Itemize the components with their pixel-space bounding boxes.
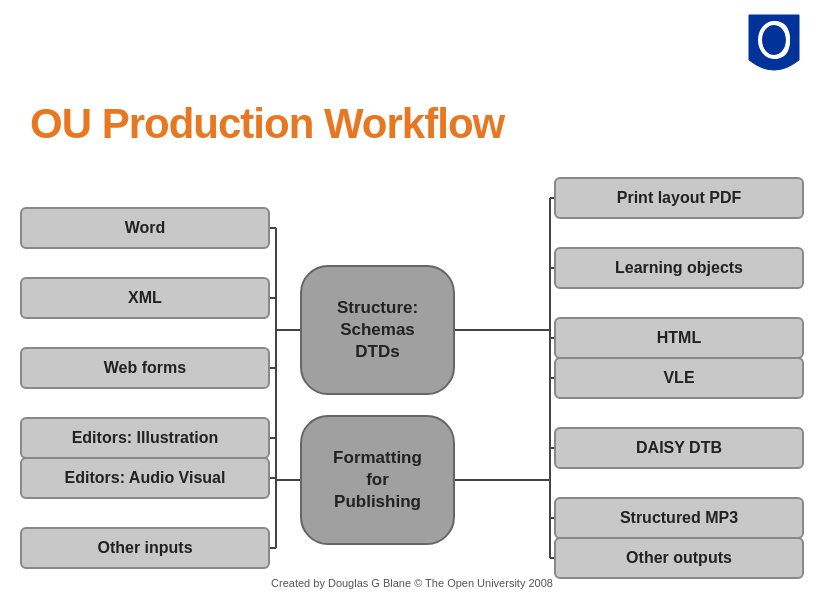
right-box-other-outputs: Other outputs [554,537,804,579]
left-box-other-inputs: Other inputs [20,527,270,569]
right-box-learning-objects: Learning objects [554,247,804,289]
right-box-vle: VLE [554,357,804,399]
right-box-structured-mp3: Structured MP3 [554,497,804,539]
left-box-word: Word [20,207,270,249]
right-box-print-layout-pdf: Print layout PDF [554,177,804,219]
right-box-daisy-dtb: DAISY DTB [554,427,804,469]
footer-text: Created by Douglas G Blane © The Open Un… [271,577,553,589]
mid-box-structure: Structure:SchemasDTDs [300,265,455,395]
left-box-editors-audio-visual: Editors: Audio Visual [20,457,270,499]
page-title: OU Production Workflow [30,100,504,148]
ou-logo [744,10,804,80]
mid-box-formatting: FormattingforPublishing [300,415,455,545]
left-box-editors-illustration: Editors: Illustration [20,417,270,459]
right-box-html: HTML [554,317,804,359]
left-box-web-forms: Web forms [20,347,270,389]
left-box-xml: XML [20,277,270,319]
